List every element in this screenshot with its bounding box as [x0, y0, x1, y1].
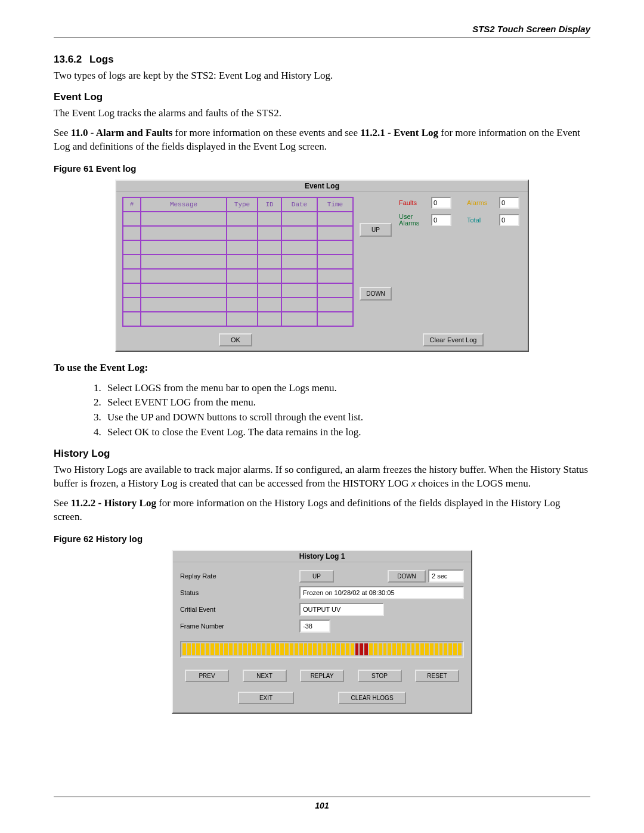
t: See [54, 127, 71, 138]
replay-button[interactable]: REPLAY [300, 670, 344, 682]
total-value: 0 [499, 214, 519, 226]
clear-event-log-button[interactable]: Clear Event Log [423, 333, 484, 346]
critical-event-value: OUTPUT UV [299, 603, 384, 616]
table-row [123, 283, 353, 298]
user-alarms-label: User Alarms [399, 213, 430, 227]
table-row [123, 212, 353, 226]
exit-button[interactable]: EXIT [238, 692, 294, 704]
total-label: Total [467, 216, 498, 224]
intro-text: Two types of logs are kept by the STS2: … [54, 69, 590, 83]
user-alarms-value: 0 [431, 214, 451, 226]
frame-number-value: -38 [299, 620, 330, 633]
col-type: Type [227, 197, 258, 212]
list-item: Select LOGS from the menu bar to open th… [104, 381, 590, 396]
list-item: Select EVENT LOG from the menu. [104, 395, 590, 410]
running-header: STS2 Touch Screen Display [54, 24, 590, 38]
event-log-title: Event Log [116, 181, 528, 192]
section-number: 13.6.2 [54, 54, 89, 66]
rate-up-button[interactable]: UP [299, 570, 334, 583]
prev-button[interactable]: PREV [185, 670, 229, 682]
next-button[interactable]: NEXT [243, 670, 287, 682]
table-row [123, 298, 353, 312]
figure61-caption: Figure 61 Event log [54, 163, 590, 174]
t: choices in the LOGS menu. [416, 478, 531, 489]
list-item: Use the UP and DOWN buttons to scroll th… [104, 410, 590, 425]
ref-event-log: 11.2.1 - Event Log [360, 127, 438, 138]
figure62-caption: Figure 62 History log [54, 534, 590, 544]
howto-title: To use the Event Log: [54, 361, 590, 375]
ref-history-log: 11.2.2 - History Log [71, 497, 156, 509]
status-value: Frozen on 10/28/02 at 08:30:05 [299, 586, 464, 599]
faults-value: 0 [431, 197, 451, 209]
table-row [123, 226, 353, 240]
up-button[interactable]: UP [360, 223, 392, 237]
clear-hlogs-button[interactable]: CLEAR HLOGS [338, 692, 406, 704]
event-log-table: # Message Type ID Date Time [122, 197, 354, 327]
table-row [123, 240, 353, 255]
alarms-value: 0 [499, 197, 519, 209]
historylog-p2: See 11.2.2 - History Log for more inform… [54, 497, 590, 524]
col-message: Message [141, 197, 227, 212]
reset-button[interactable]: RESET [415, 670, 459, 682]
eventlog-p2: See 11.0 - Alarm and Faults for more inf… [54, 126, 590, 154]
history-log-window: History Log 1 Replay Rate UP DOWN 2 sec … [172, 550, 472, 714]
faults-label: Faults [399, 199, 430, 206]
frame-number-label: Frame Number [180, 623, 299, 630]
critical-event-label: Critial Event [180, 606, 299, 613]
historylog-p1: Two History Logs are available to track … [54, 463, 590, 491]
table-row [123, 312, 353, 326]
page-number: 101 [315, 801, 329, 810]
ref-alarm-faults: 11.0 - Alarm and Faults [71, 127, 173, 138]
eventlog-heading: Event Log [54, 91, 590, 103]
list-item: Select OK to close the Event Log. The da… [104, 425, 590, 440]
status-label: Status [180, 589, 299, 596]
section-title: Logs [89, 54, 114, 66]
history-log-title: History Log 1 [173, 551, 471, 562]
history-progress [180, 641, 464, 658]
col-id: ID [258, 197, 281, 212]
rate-value: 2 sec [428, 569, 464, 583]
ok-button[interactable]: OK [219, 333, 252, 346]
rate-down-button[interactable]: DOWN [388, 570, 426, 583]
event-log-window: Event Log # Message Type ID Date Time [115, 179, 529, 352]
page-footer: 101 [54, 797, 590, 810]
historylog-heading: History Log [54, 448, 590, 460]
alarms-label: Alarms [467, 199, 498, 206]
down-button[interactable]: DOWN [360, 287, 392, 301]
t: for more information on these events and… [172, 127, 360, 138]
col-date: Date [281, 197, 317, 212]
table-row [123, 255, 353, 269]
stop-button[interactable]: STOP [358, 670, 402, 682]
eventlog-p1: The Event Log tracks the alarms and faul… [54, 107, 590, 120]
eventlog-steps: Select LOGS from the menu bar to open th… [89, 381, 590, 440]
replay-rate-label: Replay Rate [180, 572, 299, 580]
col-time: Time [317, 197, 353, 212]
col-num: # [123, 197, 141, 212]
table-row [123, 269, 353, 283]
t: See [54, 497, 71, 509]
